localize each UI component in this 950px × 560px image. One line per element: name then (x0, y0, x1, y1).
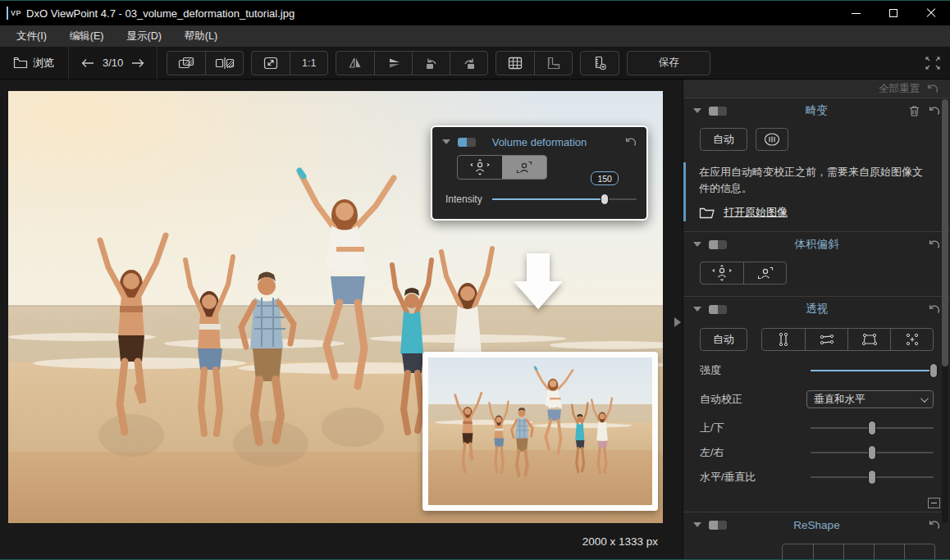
image-canvas: Volume deformation (0, 80, 683, 560)
ruler-icon (546, 57, 561, 70)
reshape-tool-button[interactable] (783, 544, 813, 560)
collapse-triangle-icon[interactable] (693, 242, 701, 247)
panel-toggle-icon[interactable] (709, 305, 727, 314)
fit-screen-icon (263, 57, 278, 70)
auto-correct-dropdown[interactable]: 垂直和水平 (806, 390, 934, 408)
menu-file[interactable]: 文件(I) (5, 25, 58, 47)
grid-icon (508, 57, 523, 70)
undo-icon[interactable] (928, 520, 940, 530)
image-dimensions-label: 2000 x 1333 px (582, 535, 658, 548)
volume-horizontal-vertical-button (458, 156, 502, 179)
perspective-tools-group (761, 328, 934, 351)
minimize-button[interactable] (837, 1, 875, 25)
compare-side-icon (215, 57, 235, 70)
fit-to-screen-button[interactable] (252, 52, 290, 75)
undo-icon[interactable] (926, 84, 939, 94)
panel-volume-deformation: 体积偏斜 (683, 231, 950, 296)
next-image-icon[interactable] (131, 58, 144, 68)
collapse-triangle-icon[interactable] (693, 108, 701, 113)
person-hv-arrows-icon (711, 265, 733, 281)
intensity-label: 强度 (700, 363, 806, 378)
distortion-auto-button[interactable]: 自动 (700, 128, 747, 151)
maximize-button[interactable] (875, 1, 912, 25)
toolbar: 浏览 3/10 1:1 (0, 47, 950, 80)
titlebar: VP DxO ViewPoint 4.7 - 03_volume_deforma… (0, 1, 950, 25)
collapse-minus-button[interactable] (928, 498, 940, 508)
flip-horizontal-button[interactable] (336, 52, 374, 75)
h-v-ratio-slider (811, 469, 934, 485)
flip-vertical-button[interactable] (374, 52, 412, 75)
rectangle-points-icon (861, 332, 878, 347)
panel-toggle-icon[interactable] (709, 521, 727, 530)
panel-toggle-icon[interactable] (709, 107, 727, 116)
volume-mode-group (700, 262, 787, 285)
close-button[interactable] (912, 1, 950, 25)
eight-points-button[interactable] (890, 329, 933, 350)
panel-collapse-strip (683, 494, 950, 512)
sidebar-collapse-arrow[interactable] (674, 317, 681, 327)
reshape-tool-button[interactable] (843, 544, 874, 560)
flip-horizontal-icon (348, 57, 363, 70)
rotate-right-button[interactable] (450, 52, 487, 75)
force-horizontal-parallels-button[interactable] (805, 329, 847, 350)
app-logo-bar (7, 7, 8, 20)
rotate-left-button[interactable] (412, 52, 450, 75)
chevron-down-icon (920, 394, 929, 403)
vertical-parallels-icon (776, 332, 791, 347)
compare-overlay-icon (178, 57, 194, 70)
reset-all-row: 全部重置 (683, 80, 950, 98)
overlay-slider-thumb (601, 193, 609, 205)
volume-diagonal-button[interactable] (743, 262, 786, 284)
guides-group (496, 51, 573, 75)
slider-thumb[interactable] (868, 470, 876, 485)
zoom-group: 1:1 (251, 51, 328, 75)
browse-button[interactable]: 浏览 (8, 56, 59, 71)
menu-edit[interactable]: 编辑(E) (58, 25, 116, 47)
perspective-auto-button[interactable]: 自动 (700, 328, 747, 351)
person-diagonal-icon (514, 159, 535, 175)
menu-view[interactable]: 显示(D) (115, 25, 172, 47)
slider-thumb[interactable] (929, 363, 938, 378)
distortion-info-text: 在应用自动畸变校正之前，需要来自原始图像文件的信息。 (699, 164, 927, 197)
open-original-image-link[interactable]: 打开原始图像 (724, 205, 788, 220)
zoom-1-1-button[interactable]: 1:1 (290, 52, 327, 75)
grid-button[interactable] (496, 52, 534, 75)
orientation-group (336, 51, 488, 75)
previous-image-icon[interactable] (81, 58, 94, 68)
compare-side-by-side-button[interactable] (205, 52, 243, 75)
collapse-triangle-icon[interactable] (693, 307, 701, 312)
undo-icon[interactable] (928, 239, 940, 250)
sidebar-scrollbar[interactable] (942, 99, 948, 523)
distortion-manual-button[interactable] (756, 128, 788, 151)
save-button[interactable]: 保存 (627, 51, 710, 75)
reset-all-button[interactable]: 全部重置 (879, 82, 920, 96)
up-down-slider (811, 420, 934, 436)
menu-help[interactable]: 帮助(L) (173, 25, 229, 47)
intensity-slider (811, 362, 934, 379)
scrollbar-thumb[interactable] (942, 99, 948, 367)
compare-overlay-button[interactable] (167, 52, 205, 75)
folder-icon (699, 206, 715, 219)
photo: Volume deformation (8, 91, 663, 523)
force-vertical-parallels-button[interactable] (762, 329, 805, 350)
trash-icon[interactable] (909, 105, 920, 116)
reshape-tool-button[interactable] (904, 544, 934, 560)
reshape-tool-button[interactable] (813, 544, 843, 560)
person-diagonal-icon (755, 265, 776, 281)
reshape-tool-button[interactable] (874, 544, 904, 560)
h-v-ratio-label: 水平/垂直比 (700, 470, 806, 485)
force-rectangle-button[interactable] (847, 329, 890, 350)
horizontal-parallels-icon (819, 332, 835, 347)
rotate-right-icon (462, 57, 477, 70)
collapse-triangle-icon[interactable] (693, 522, 701, 527)
fullscreen-button[interactable] (924, 55, 942, 71)
undo-icon[interactable] (928, 304, 940, 315)
panel-toggle-icon[interactable] (709, 240, 727, 249)
slider-thumb[interactable] (868, 421, 876, 435)
app-window: VP DxO ViewPoint 4.7 - 03_volume_deforma… (0, 0, 950, 560)
ruler-settings-button[interactable] (581, 52, 619, 75)
ruler-button[interactable] (534, 52, 572, 75)
slider-thumb[interactable] (868, 445, 876, 460)
volume-horizontal-vertical-button[interactable] (701, 262, 743, 284)
undo-icon[interactable] (928, 106, 940, 116)
